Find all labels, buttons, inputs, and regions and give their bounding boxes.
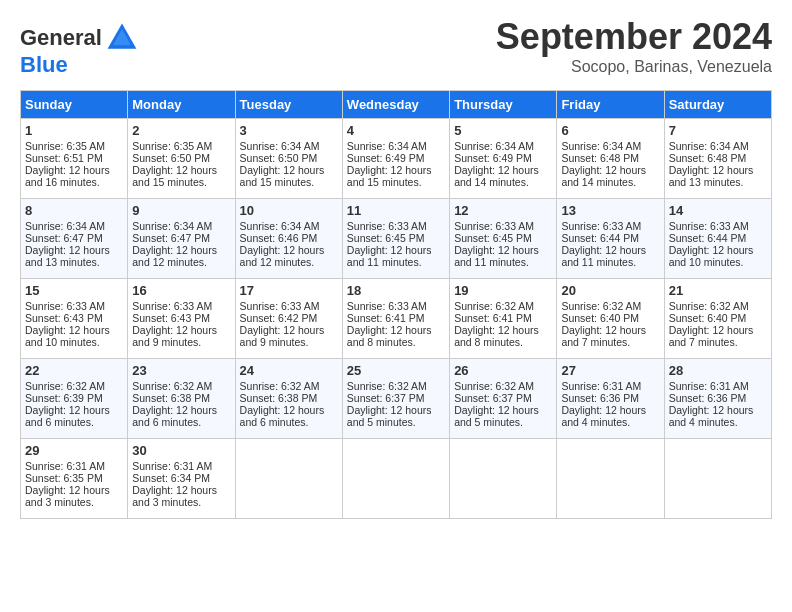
sunset: Sunset: 6:35 PM [25,472,103,484]
day-number: 2 [132,123,230,138]
col-tuesday: Tuesday [235,91,342,119]
calendar-cell: 11Sunrise: 6:33 AMSunset: 6:45 PMDayligh… [342,199,449,279]
calendar-cell: 14Sunrise: 6:33 AMSunset: 6:44 PMDayligh… [664,199,771,279]
calendar-cell [450,439,557,519]
sunrise: Sunrise: 6:32 AM [454,300,534,312]
daylight-label: Daylight: 12 hours and 11 minutes. [347,244,432,268]
sunrise: Sunrise: 6:33 AM [561,220,641,232]
calendar-cell: 9Sunrise: 6:34 AMSunset: 6:47 PMDaylight… [128,199,235,279]
daylight-label: Daylight: 12 hours and 4 minutes. [669,404,754,428]
sunrise: Sunrise: 6:33 AM [132,300,212,312]
daylight-label: Daylight: 12 hours and 6 minutes. [240,404,325,428]
calendar-cell: 24Sunrise: 6:32 AMSunset: 6:38 PMDayligh… [235,359,342,439]
col-sunday: Sunday [21,91,128,119]
daylight-label: Daylight: 12 hours and 12 minutes. [132,244,217,268]
daylight-label: Daylight: 12 hours and 9 minutes. [132,324,217,348]
sunrise: Sunrise: 6:32 AM [240,380,320,392]
calendar-cell: 6Sunrise: 6:34 AMSunset: 6:48 PMDaylight… [557,119,664,199]
sunrise: Sunrise: 6:34 AM [240,220,320,232]
sunrise: Sunrise: 6:31 AM [561,380,641,392]
sunset: Sunset: 6:48 PM [669,152,747,164]
sunrise: Sunrise: 6:34 AM [454,140,534,152]
sunrise: Sunrise: 6:32 AM [669,300,749,312]
month-title: September 2024 [496,16,772,58]
daylight-label: Daylight: 12 hours and 8 minutes. [347,324,432,348]
sunset: Sunset: 6:49 PM [347,152,425,164]
daylight-label: Daylight: 12 hours and 11 minutes. [454,244,539,268]
sunset: Sunset: 6:42 PM [240,312,318,324]
calendar-cell: 28Sunrise: 6:31 AMSunset: 6:36 PMDayligh… [664,359,771,439]
daylight-label: Daylight: 12 hours and 14 minutes. [561,164,646,188]
calendar-week-4: 22Sunrise: 6:32 AMSunset: 6:39 PMDayligh… [21,359,772,439]
daylight-label: Daylight: 12 hours and 13 minutes. [669,164,754,188]
day-number: 28 [669,363,767,378]
sunset: Sunset: 6:39 PM [25,392,103,404]
calendar-cell: 2Sunrise: 6:35 AMSunset: 6:50 PMDaylight… [128,119,235,199]
sunrise: Sunrise: 6:33 AM [347,300,427,312]
sunset: Sunset: 6:44 PM [561,232,639,244]
sunset: Sunset: 6:37 PM [347,392,425,404]
calendar-cell: 17Sunrise: 6:33 AMSunset: 6:42 PMDayligh… [235,279,342,359]
calendar-cell: 10Sunrise: 6:34 AMSunset: 6:46 PMDayligh… [235,199,342,279]
sunset: Sunset: 6:50 PM [132,152,210,164]
sunset: Sunset: 6:44 PM [669,232,747,244]
calendar-cell: 13Sunrise: 6:33 AMSunset: 6:44 PMDayligh… [557,199,664,279]
day-number: 12 [454,203,552,218]
day-number: 7 [669,123,767,138]
title-block: September 2024 Socopo, Barinas, Venezuel… [496,16,772,76]
header-row: Sunday Monday Tuesday Wednesday Thursday… [21,91,772,119]
sunset: Sunset: 6:40 PM [669,312,747,324]
day-number: 23 [132,363,230,378]
sunset: Sunset: 6:46 PM [240,232,318,244]
sunset: Sunset: 6:38 PM [132,392,210,404]
calendar-cell: 1Sunrise: 6:35 AMSunset: 6:51 PMDaylight… [21,119,128,199]
daylight-label: Daylight: 12 hours and 10 minutes. [669,244,754,268]
calendar-cell: 16Sunrise: 6:33 AMSunset: 6:43 PMDayligh… [128,279,235,359]
calendar-week-1: 1Sunrise: 6:35 AMSunset: 6:51 PMDaylight… [21,119,772,199]
day-number: 26 [454,363,552,378]
calendar-cell: 29Sunrise: 6:31 AMSunset: 6:35 PMDayligh… [21,439,128,519]
calendar-cell [664,439,771,519]
sunrise: Sunrise: 6:32 AM [561,300,641,312]
daylight-label: Daylight: 12 hours and 15 minutes. [347,164,432,188]
day-number: 15 [25,283,123,298]
calendar-cell [342,439,449,519]
daylight-label: Daylight: 12 hours and 10 minutes. [25,324,110,348]
sunset: Sunset: 6:45 PM [454,232,532,244]
calendar-cell: 12Sunrise: 6:33 AMSunset: 6:45 PMDayligh… [450,199,557,279]
calendar-week-3: 15Sunrise: 6:33 AMSunset: 6:43 PMDayligh… [21,279,772,359]
sunset: Sunset: 6:45 PM [347,232,425,244]
sunrise: Sunrise: 6:34 AM [561,140,641,152]
daylight-label: Daylight: 12 hours and 6 minutes. [132,404,217,428]
daylight-label: Daylight: 12 hours and 5 minutes. [454,404,539,428]
day-number: 8 [25,203,123,218]
daylight-label: Daylight: 12 hours and 12 minutes. [240,244,325,268]
calendar-cell: 7Sunrise: 6:34 AMSunset: 6:48 PMDaylight… [664,119,771,199]
calendar-cell: 19Sunrise: 6:32 AMSunset: 6:41 PMDayligh… [450,279,557,359]
calendar-cell: 8Sunrise: 6:34 AMSunset: 6:47 PMDaylight… [21,199,128,279]
day-number: 16 [132,283,230,298]
sunrise: Sunrise: 6:33 AM [25,300,105,312]
calendar-cell: 3Sunrise: 6:34 AMSunset: 6:50 PMDaylight… [235,119,342,199]
sunset: Sunset: 6:47 PM [25,232,103,244]
col-monday: Monday [128,91,235,119]
daylight-label: Daylight: 12 hours and 8 minutes. [454,324,539,348]
page-container: General Blue September 2024 Socopo, Bari… [0,0,792,535]
day-number: 6 [561,123,659,138]
calendar-week-2: 8Sunrise: 6:34 AMSunset: 6:47 PMDaylight… [21,199,772,279]
day-number: 5 [454,123,552,138]
sunset: Sunset: 6:41 PM [454,312,532,324]
sunset: Sunset: 6:37 PM [454,392,532,404]
day-number: 9 [132,203,230,218]
day-number: 4 [347,123,445,138]
daylight-label: Daylight: 12 hours and 4 minutes. [561,404,646,428]
sunset: Sunset: 6:40 PM [561,312,639,324]
day-number: 24 [240,363,338,378]
daylight-label: Daylight: 12 hours and 3 minutes. [25,484,110,508]
sunrise: Sunrise: 6:31 AM [25,460,105,472]
calendar-cell: 30Sunrise: 6:31 AMSunset: 6:34 PMDayligh… [128,439,235,519]
calendar-cell: 15Sunrise: 6:33 AMSunset: 6:43 PMDayligh… [21,279,128,359]
col-friday: Friday [557,91,664,119]
sunset: Sunset: 6:36 PM [669,392,747,404]
sunset: Sunset: 6:47 PM [132,232,210,244]
